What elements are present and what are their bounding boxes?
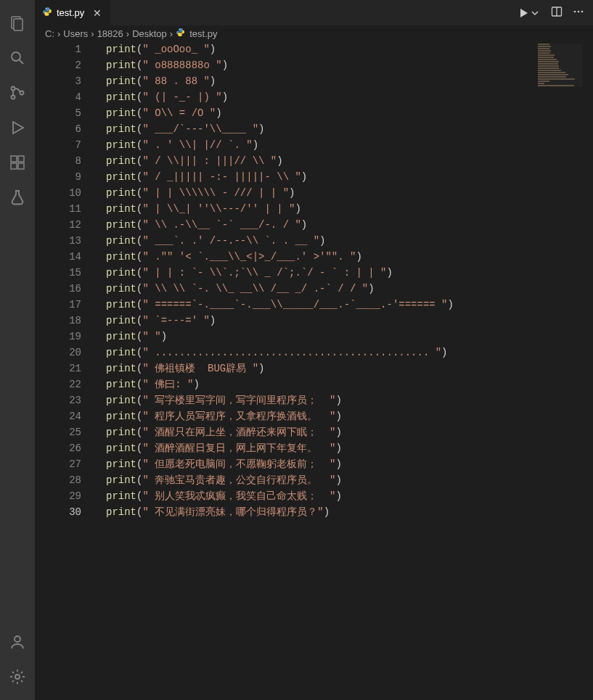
line-number: 23 [35, 392, 81, 408]
code-line[interactable]: print(" . ' \\| |// `. ") [106, 137, 593, 153]
code-line[interactable]: print(" 佛曰: ") [106, 376, 593, 392]
breadcrumb-seg[interactable]: test.py [189, 28, 217, 39]
editor-group: test.py ✕ C: › Users › 18826 › Desktop › [35, 0, 593, 700]
line-number: 30 [35, 504, 81, 520]
svg-point-13 [15, 675, 20, 679]
breadcrumb-seg[interactable]: 18826 [97, 28, 123, 39]
line-number: 17 [35, 297, 81, 313]
line-number: 26 [35, 440, 81, 456]
code-line[interactable]: print(" / _||||| -:- |||||- \\ ") [106, 169, 593, 185]
code-line[interactable]: print(" ."" '< `.___\\_<|>_/___.' >'"". … [106, 249, 593, 265]
line-number: 25 [35, 424, 81, 440]
line-number: 7 [35, 137, 81, 153]
extensions-icon[interactable] [0, 145, 35, 180]
editor-actions [520, 0, 593, 25]
chevron-right-icon: › [170, 28, 173, 39]
svg-rect-9 [18, 156, 24, 162]
code-line[interactable]: print(" _ooOoo_ ") [106, 41, 593, 57]
code-line[interactable]: print(" o8888888o ") [106, 57, 593, 73]
code-line[interactable]: print(" 但愿老死电脑间，不愿鞠躬老板前； ") [106, 456, 593, 472]
close-icon[interactable]: ✕ [91, 7, 103, 19]
svg-point-20 [581, 10, 584, 12]
line-number: 2 [35, 57, 81, 73]
accounts-icon[interactable] [0, 625, 35, 659]
code-line[interactable]: print(" 佛祖镇楼 BUG辟易 ") [106, 361, 593, 376]
code-line[interactable]: print(" ................................… [106, 345, 593, 361]
svg-point-4 [12, 87, 15, 91]
svg-point-18 [574, 10, 576, 12]
code-line[interactable]: print(" / \\||| : |||// \\ ") [106, 153, 593, 169]
source-control-icon[interactable] [0, 75, 35, 110]
code-line[interactable]: print(" 酒醒只在网上坐，酒醉还来网下眠； ") [106, 424, 593, 440]
svg-rect-11 [18, 163, 24, 169]
svg-line-3 [20, 60, 23, 64]
svg-point-21 [179, 29, 180, 30]
line-number: 8 [35, 153, 81, 169]
line-number: 10 [35, 185, 81, 201]
chevron-right-icon: › [126, 28, 129, 39]
run-icon[interactable] [520, 7, 541, 19]
code-area[interactable]: print(" _ooOoo_ ")print(" o8888888o ")pr… [106, 41, 593, 700]
svg-rect-1 [14, 19, 23, 30]
breadcrumb-seg[interactable]: C: [45, 28, 54, 39]
code-line[interactable]: print(" ___`. .' /--.--\\ `. . __ ") [106, 233, 593, 249]
line-number: 18 [35, 313, 81, 329]
code-line[interactable]: print(" 别人笑我忒疯癫，我笑自己命太贱； ") [106, 488, 593, 504]
breadcrumb-seg[interactable]: Desktop [132, 28, 167, 39]
minimap[interactable] [538, 44, 583, 87]
line-number: 15 [35, 265, 81, 281]
tab-bar: test.py ✕ [35, 0, 593, 25]
python-file-icon [42, 7, 52, 19]
more-actions-icon[interactable] [573, 6, 584, 20]
search-icon[interactable] [0, 41, 35, 75]
testing-icon[interactable] [0, 180, 35, 215]
tab-label: test.py [57, 7, 84, 18]
code-line[interactable]: print(" 不见满街漂亮妹，哪个归得程序员？") [106, 504, 593, 520]
activity-bar [0, 0, 35, 700]
code-line[interactable]: print(" `=---=' ") [106, 313, 593, 329]
svg-point-19 [578, 10, 580, 12]
line-number: 29 [35, 488, 81, 504]
code-line[interactable]: print(" | | : `- \\`.;`\\ _ /`;.`/ - ` :… [106, 265, 593, 281]
code-line[interactable]: print(" | | \\\\\\ - /// | | ") [106, 185, 593, 201]
code-line[interactable]: print(" \\ .-\\__ `-` ___/-. / ") [106, 217, 593, 233]
line-number: 21 [35, 361, 81, 376]
line-number: 5 [35, 105, 81, 121]
svg-rect-10 [11, 163, 17, 169]
explorer-icon[interactable] [0, 6, 35, 41]
line-number: 6 [35, 121, 81, 137]
code-line[interactable]: print(" \\ \\ `-. \\_ __\\ /__ _/ .-` / … [106, 281, 593, 297]
line-number-gutter: 1234567891011121314151617181920212223242… [35, 41, 99, 700]
code-line[interactable]: print(" 酒醉酒醒日复日，网上网下年复年。 ") [106, 440, 593, 456]
split-editor-icon[interactable] [551, 6, 563, 20]
svg-point-15 [48, 15, 49, 15]
code-line[interactable]: print(" ___/`---'\\____ ") [106, 121, 593, 137]
line-number: 14 [35, 249, 81, 265]
breadcrumb-seg[interactable]: Users [63, 28, 88, 39]
svg-point-12 [15, 636, 20, 642]
code-line[interactable]: print(" ======`-.____`-.___\\_____/___.-… [106, 297, 593, 313]
code-line[interactable]: print(" 程序人员写程序，又拿程序换酒钱。 ") [106, 408, 593, 424]
scrollbar[interactable] [583, 41, 593, 700]
tab-test-py[interactable]: test.py ✕ [35, 0, 111, 25]
breadcrumb[interactable]: C: › Users › 18826 › Desktop › test.py [35, 25, 593, 41]
line-number: 19 [35, 329, 81, 345]
line-number: 1 [35, 41, 81, 57]
code-line[interactable]: print(" | \\_| ''\\---/'' | | ") [106, 201, 593, 217]
line-number: 4 [35, 89, 81, 105]
settings-icon[interactable] [0, 659, 35, 694]
svg-point-22 [181, 35, 182, 36]
code-line[interactable]: print(" 88 . 88 ") [106, 73, 593, 89]
code-line[interactable]: print(" 写字楼里写字间，写字间里程序员； ") [106, 392, 593, 408]
code-line[interactable]: print(" (| -_- |) ") [106, 89, 593, 105]
run-debug-icon[interactable] [0, 110, 35, 145]
line-number: 16 [35, 281, 81, 297]
code-line[interactable]: print(" 奔驰宝马贵者趣，公交自行程序员。 ") [106, 472, 593, 488]
code-line[interactable]: print(" ") [106, 329, 593, 345]
line-number: 12 [35, 217, 81, 233]
svg-point-14 [46, 8, 46, 9]
editor-content[interactable]: 1234567891011121314151617181920212223242… [35, 41, 593, 700]
line-number: 11 [35, 201, 81, 217]
python-file-icon [176, 28, 185, 39]
code-line[interactable]: print(" O\\ = /O ") [106, 105, 593, 121]
